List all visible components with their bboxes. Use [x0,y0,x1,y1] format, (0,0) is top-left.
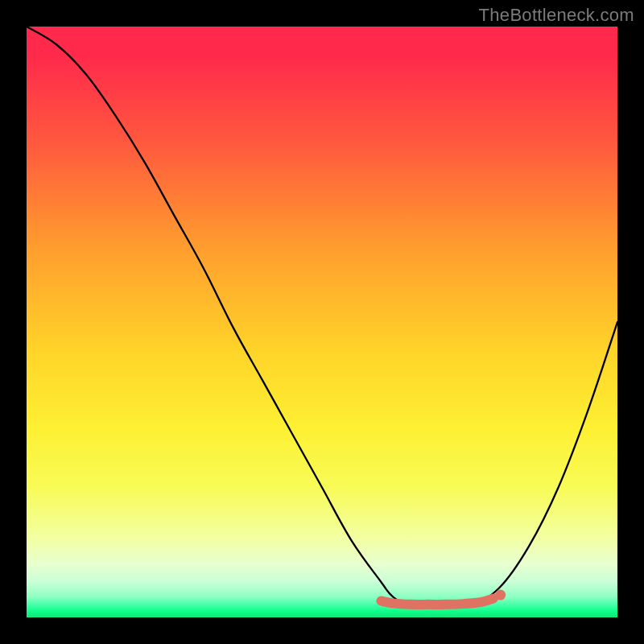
bottleneck-curve [27,27,617,607]
chart-svg [27,27,617,617]
sweet-spot-end-dot [495,590,506,601]
watermark-text: TheBottleneck.com [479,5,634,26]
plot-area [27,27,617,617]
chart-frame: TheBottleneck.com [0,0,644,644]
sweet-spot-marker [381,599,493,605]
